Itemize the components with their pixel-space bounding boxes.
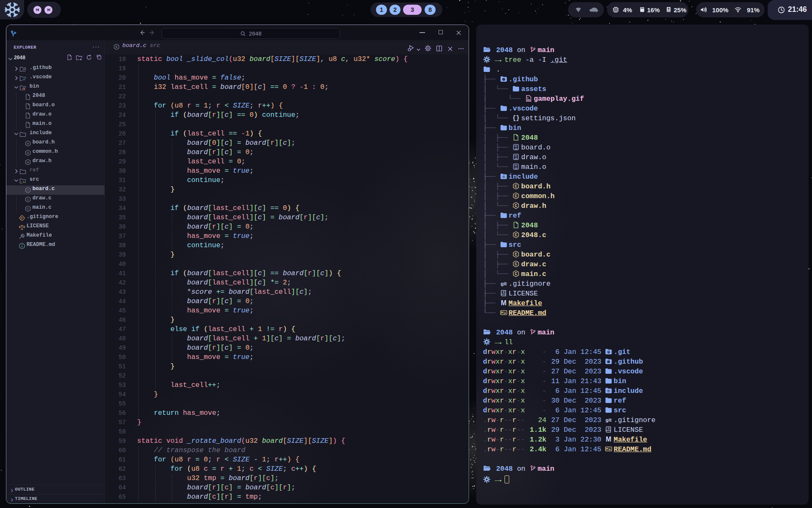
svg-text:git: git	[606, 417, 612, 422]
svg-text:C: C	[515, 272, 517, 276]
svg-text:10: 10	[515, 157, 518, 160]
svg-text:C: C	[27, 207, 29, 211]
svg-text:H: H	[27, 142, 29, 146]
svg-text:C: C	[515, 252, 517, 257]
svg-text:M: M	[606, 436, 611, 443]
svg-text:H: H	[27, 160, 29, 164]
svg-text:10: 10	[515, 147, 518, 150]
svg-text:C: C	[116, 46, 118, 49]
svg-text:C: C	[515, 184, 517, 189]
svg-text:M: M	[501, 299, 506, 306]
svg-text:{}: {}	[513, 115, 520, 121]
svg-text:C: C	[27, 198, 29, 202]
svg-text:C: C	[27, 188, 29, 192]
svg-text:git: git	[500, 281, 506, 286]
svg-text:C: C	[515, 233, 517, 237]
svg-text:C: C	[515, 262, 517, 267]
svg-text:H: H	[27, 151, 29, 155]
svg-text:C: C	[515, 194, 517, 199]
svg-text:C: C	[515, 204, 517, 208]
svg-text:10: 10	[515, 167, 518, 170]
